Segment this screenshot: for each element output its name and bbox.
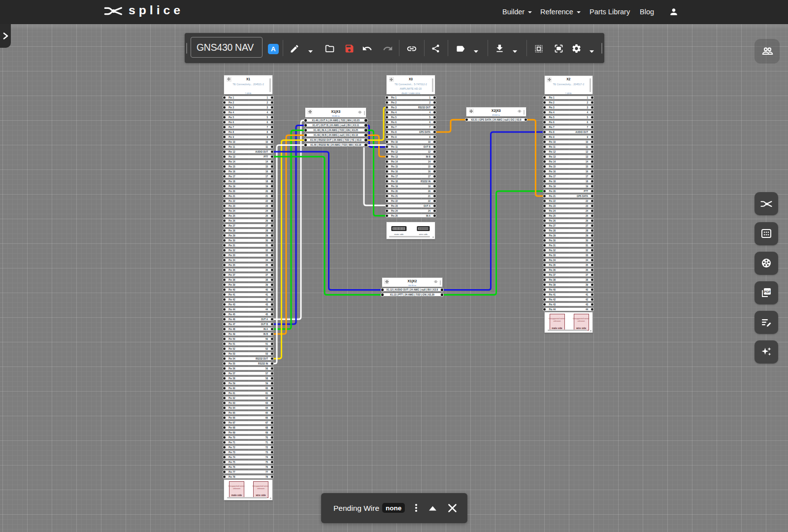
svg-text:PDF: PDF — [764, 290, 770, 294]
